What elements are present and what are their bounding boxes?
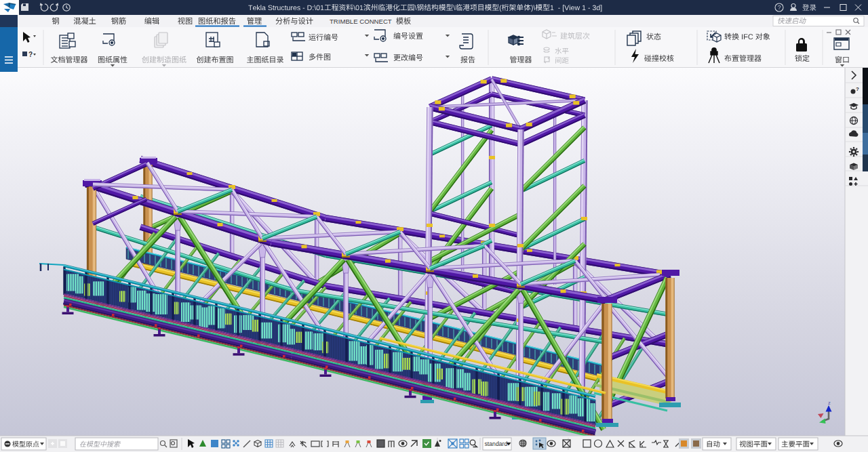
svg-text:TRIMBLE CONNECT: TRIMBLE CONNECT	[330, 18, 392, 25]
svg-text:?: ?	[28, 51, 33, 58]
svg-text:standard: standard	[485, 440, 508, 447]
svg-text:?: ?	[856, 86, 859, 92]
svg-text:z: z	[828, 400, 831, 406]
